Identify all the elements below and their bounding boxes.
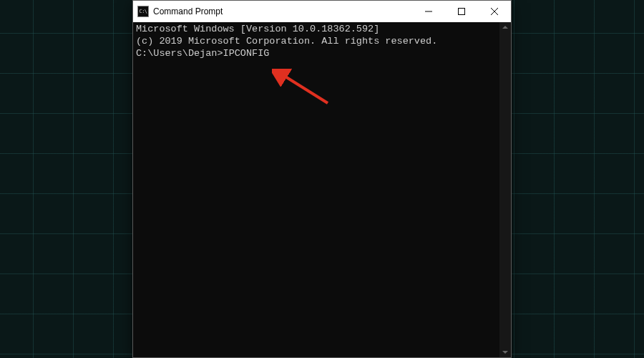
- maximize-button[interactable]: [445, 1, 478, 22]
- app-icon: C:\: [137, 6, 149, 17]
- copyright-line: (c) 2019 Microsoft Corporation. All righ…: [136, 36, 508, 48]
- typed-command: IPCONFIG: [223, 48, 270, 59]
- vertical-scrollbar[interactable]: [499, 22, 511, 357]
- prompt-line: C:\Users\Dejan>IPCONFIG: [136, 48, 508, 60]
- terminal-area[interactable]: Microsoft Windows [Version 10.0.18362.59…: [133, 22, 511, 357]
- maximize-icon: [458, 8, 465, 15]
- prompt-path: C:\Users\Dejan>: [136, 48, 223, 59]
- minimize-icon: [425, 8, 432, 15]
- titlebar[interactable]: C:\ Command Prompt: [133, 1, 511, 22]
- close-icon: [491, 8, 498, 15]
- window-controls: [412, 1, 511, 22]
- minimize-button[interactable]: [412, 1, 445, 22]
- close-button[interactable]: [478, 1, 511, 22]
- version-line: Microsoft Windows [Version 10.0.18362.59…: [136, 24, 508, 36]
- svg-rect-1: [459, 9, 465, 15]
- window-title: Command Prompt: [153, 6, 412, 16]
- command-prompt-window: C:\ Command Prompt Microsoft Windows [Ve…: [132, 0, 512, 358]
